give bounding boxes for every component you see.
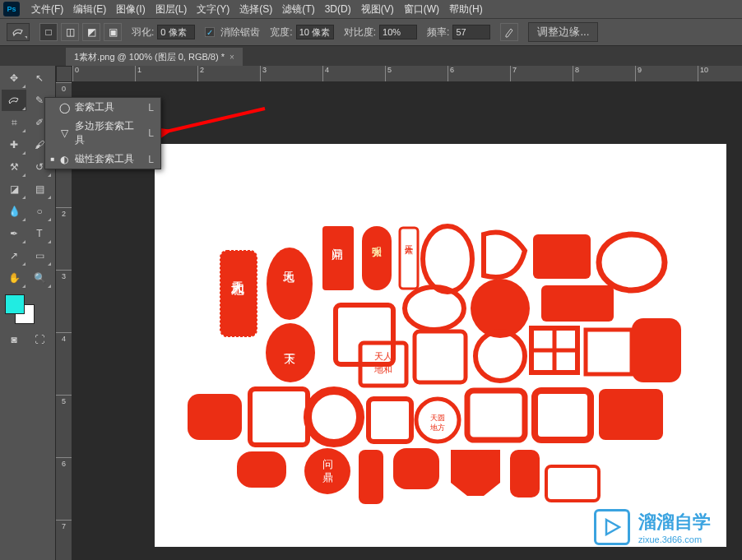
svg-rect-24	[369, 399, 411, 442]
svg-rect-4	[400, 228, 418, 289]
selected-indicator-icon: ■	[49, 155, 57, 163]
watermark: 溜溜自学 zixue.3d66.com	[594, 509, 711, 545]
annotation-arrow	[158, 104, 273, 145]
selection-subtract-icon[interactable]: ◩	[82, 23, 100, 41]
selection-intersect-icon[interactable]: ▣	[104, 23, 122, 41]
menu-help[interactable]: 帮助(H)	[444, 1, 488, 18]
horizontal-ruler[interactable]: 012 345 678 910	[72, 66, 742, 82]
lasso-icon: ◯	[57, 102, 72, 113]
frequency-input[interactable]	[452, 25, 490, 39]
svg-text:天人: 天人	[374, 351, 392, 361]
width-label: 宽度:	[270, 25, 292, 39]
svg-point-15	[475, 331, 525, 381]
gradient-tool[interactable]: ▤	[27, 178, 52, 200]
svg-point-1	[267, 248, 313, 320]
close-tab-icon[interactable]: ×	[230, 53, 234, 62]
menu-edit[interactable]: 编辑(E)	[68, 1, 111, 18]
svg-rect-34	[546, 466, 599, 501]
artboard-tool[interactable]: ↖	[27, 67, 52, 89]
svg-point-10	[405, 287, 464, 330]
svg-rect-2	[322, 226, 354, 290]
selection-new-icon[interactable]: □	[39, 23, 58, 41]
quick-mask-toggle[interactable]: ◙	[2, 329, 26, 350]
lasso-tool-flyout: ◯ 套索工具 L ▽ 多边形套索工具 L ■ ◐ 磁性套索工具 L	[44, 97, 161, 169]
svg-rect-32	[393, 448, 439, 489]
svg-point-7	[599, 234, 665, 290]
ruler-origin[interactable]	[56, 66, 72, 82]
svg-text:天圆: 天圆	[430, 414, 445, 422]
svg-rect-14	[415, 331, 466, 382]
foreground-color[interactable]	[5, 294, 25, 314]
menu-type[interactable]: 文字(Y)	[192, 1, 234, 18]
options-bar: □ ◫ ◩ ▣ 羽化: 消除锯齿 宽度: 对比度: 频率: 调整边缘...	[0, 18, 742, 46]
feather-input[interactable]	[157, 25, 195, 39]
clone-stamp-tool[interactable]: ⚒	[2, 156, 26, 178]
svg-rect-6	[533, 234, 591, 279]
play-icon	[594, 509, 630, 545]
shape-tool[interactable]: ▭	[27, 245, 52, 266]
svg-marker-49	[606, 520, 619, 535]
frequency-label: 频率:	[427, 25, 449, 39]
svg-rect-3	[362, 226, 392, 290]
menu-layer[interactable]: 图层(L)	[151, 1, 192, 18]
menu-image[interactable]: 图像(I)	[111, 1, 150, 18]
ps-logo: Ps	[3, 2, 20, 16]
svg-rect-22	[250, 389, 308, 445]
contrast-label: 对比度:	[344, 25, 376, 39]
menu-view[interactable]: 视图(V)	[356, 1, 399, 18]
svg-rect-20	[632, 318, 681, 382]
menu-filter[interactable]: 滤镜(T)	[277, 1, 319, 18]
menu-select[interactable]: 选择(S)	[234, 1, 277, 18]
lasso-tool[interactable]	[2, 90, 26, 111]
svg-rect-33	[510, 450, 540, 498]
svg-rect-26	[467, 391, 525, 440]
svg-text:地方: 地方	[429, 423, 445, 432]
color-swatches[interactable]	[5, 294, 35, 324]
pen-pressure-icon[interactable]	[500, 23, 518, 41]
antialias-label: 消除锯齿	[220, 25, 260, 39]
svg-line-48	[166, 109, 265, 132]
selection-add-icon[interactable]: ◫	[61, 23, 79, 41]
pen-tool[interactable]: ✒	[2, 223, 26, 244]
document-tab[interactable]: 1素材.png @ 100% (图层 0, RGB/8) * ×	[66, 48, 243, 66]
eraser-tool[interactable]: ◪	[2, 178, 26, 200]
type-tool[interactable]: T	[27, 223, 52, 244]
watermark-title: 溜溜自学	[638, 510, 711, 535]
document-canvas[interactable]: 天地人和 天地 问鼎 张大明 三十六计 天下 天人 地和 天圆 地方 问 鼎	[155, 144, 726, 547]
refine-edge-button[interactable]: 调整边缘...	[528, 22, 598, 42]
zoom-tool[interactable]: 🔍	[27, 267, 52, 289]
tool-preset-picker[interactable]	[7, 23, 30, 41]
screen-mode-toggle[interactable]: ⛶	[27, 329, 52, 350]
menu-window[interactable]: 窗口(W)	[399, 1, 444, 18]
svg-point-8	[266, 323, 315, 382]
svg-rect-19	[586, 330, 632, 374]
healing-brush-tool[interactable]: ✚	[2, 134, 26, 155]
hand-tool[interactable]: ✋	[2, 267, 26, 289]
stamps-artwork: 天地人和 天地 问鼎 张大明 三十六计 天下 天人 地和 天圆 地方 问 鼎	[155, 144, 726, 547]
document-tab-title: 1素材.png @ 100% (图层 0, RGB/8) *	[74, 51, 225, 63]
menu-file[interactable]: 文件(F)	[26, 1, 68, 18]
contrast-input[interactable]	[379, 25, 417, 39]
crop-tool[interactable]: ⌗	[2, 112, 26, 133]
selection-mode-group: □ ◫ ◩ ▣	[39, 23, 122, 41]
width-input[interactable]	[296, 25, 334, 39]
move-tool[interactable]: ✥	[2, 67, 26, 89]
document-tabs: 1素材.png @ 100% (图层 0, RGB/8) * ×	[0, 46, 742, 66]
svg-text:三十六计: 三十六计	[405, 245, 413, 255]
dodge-tool[interactable]: ○	[27, 201, 52, 222]
menu-3d[interactable]: 3D(D)	[320, 2, 356, 16]
lasso-tool-option[interactable]: ◯ 套索工具 L	[45, 98, 160, 117]
magnetic-lasso-icon: ◐	[57, 154, 72, 165]
svg-rect-29	[237, 451, 286, 488]
svg-rect-0	[220, 251, 257, 336]
svg-rect-31	[359, 450, 383, 504]
svg-point-5	[423, 226, 472, 292]
blur-tool[interactable]: 💧	[2, 201, 26, 222]
svg-rect-28	[599, 389, 663, 440]
polygon-lasso-tool-option[interactable]: ▽ 多边形套索工具 L	[45, 117, 160, 150]
path-selection-tool[interactable]: ↗	[2, 245, 26, 266]
svg-text:鼎: 鼎	[322, 471, 333, 484]
magnetic-lasso-tool-option[interactable]: ■ ◐ 磁性套索工具 L	[45, 150, 160, 169]
svg-rect-27	[535, 391, 591, 440]
antialias-checkbox[interactable]	[205, 27, 215, 37]
